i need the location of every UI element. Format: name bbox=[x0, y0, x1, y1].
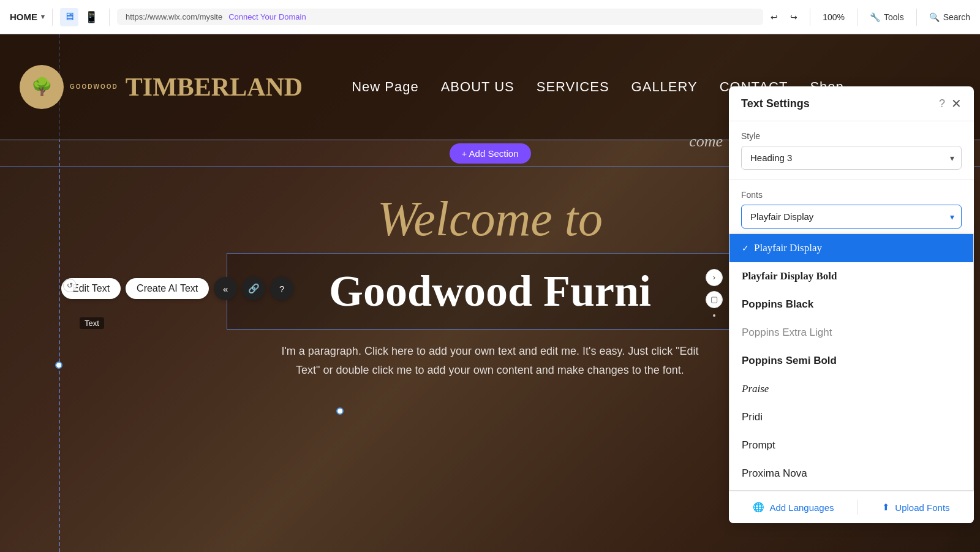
canvas-area: 🌳 GOODWOOD TIMBERLAND New Page ABOUT US … bbox=[0, 34, 980, 552]
panel-header-actions: ? ✕ bbox=[939, 96, 962, 111]
font-dropdown-list: ✓ Playfair Display Playfair Display Bold… bbox=[729, 233, 974, 491]
home-menu[interactable]: HOME ▾ bbox=[10, 12, 45, 22]
site-logo-text: GOODWOOD bbox=[70, 83, 118, 90]
tools-icon: 🔧 bbox=[870, 12, 880, 22]
font-option-label: Prompt bbox=[742, 439, 775, 452]
add-section-button[interactable]: + Add Section bbox=[450, 143, 531, 164]
topbar-divider-4 bbox=[857, 9, 858, 26]
check-icon: ✓ bbox=[742, 243, 749, 253]
font-option-label: Playfair Display bbox=[754, 242, 822, 254]
back-icon-button[interactable]: « bbox=[214, 277, 237, 300]
upload-icon: ⬆ bbox=[882, 502, 890, 513]
resize-handle-left[interactable] bbox=[55, 361, 62, 369]
font-option-proxima-nova[interactable]: Proxima Nova bbox=[729, 459, 973, 488]
canvas-square-btn[interactable]: ▢ bbox=[706, 291, 723, 308]
font-option-label: Pridi bbox=[742, 411, 763, 423]
canvas-right-arrow-btn[interactable]: › bbox=[706, 269, 723, 286]
font-option-label: Poppins Black bbox=[742, 298, 813, 311]
text-element-label: Text bbox=[80, 317, 104, 329]
font-option-label: Playfair Display Bold bbox=[742, 270, 837, 282]
hero-paragraph: I'm a paragraph. Click here to add your … bbox=[276, 342, 704, 379]
font-option-label: Praise bbox=[742, 383, 769, 395]
redo-button[interactable]: ↪ bbox=[790, 12, 797, 22]
home-chevron-icon: ▾ bbox=[41, 13, 45, 21]
undo-icon: ↩ bbox=[771, 12, 778, 22]
site-logo: 🌳 GOODWOOD bbox=[20, 65, 118, 109]
back-icon: « bbox=[223, 284, 228, 294]
canvas-dot bbox=[713, 314, 715, 317]
topbar-actions: ↩ ↪ 100% 🔧 Tools 🔍 Search bbox=[771, 9, 970, 26]
canvas-nav-arrows: › ▢ bbox=[706, 269, 723, 318]
font-option-praise[interactable]: Praise bbox=[729, 375, 973, 403]
topbar: HOME ▾ 🖥 📱 https://www.wix.com/mysite Co… bbox=[0, 0, 980, 34]
font-option-prompt[interactable]: Prompt bbox=[729, 431, 973, 459]
style-select[interactable]: Heading 3 bbox=[741, 146, 962, 170]
nav-link-about-us[interactable]: ABOUT US bbox=[441, 79, 514, 95]
panel-footer: 🌐 Add Languages ⬆ Upload Fonts bbox=[729, 491, 974, 523]
search-button[interactable]: 🔍 Search bbox=[929, 12, 970, 22]
font-option-label: Poppins Semi Bold bbox=[742, 355, 837, 367]
search-label: Search bbox=[943, 12, 970, 22]
home-label: HOME bbox=[10, 12, 37, 22]
mobile-device-btn[interactable]: 📱 bbox=[81, 8, 102, 26]
logo-icon: 🌳 bbox=[20, 65, 64, 109]
help-icon: ? bbox=[279, 284, 284, 294]
panel-title: Text Settings bbox=[741, 97, 810, 110]
font-option-playfair-display-bold[interactable]: Playfair Display Bold bbox=[729, 262, 973, 290]
topbar-divider-2 bbox=[109, 9, 110, 26]
font-select-wrapper: Playfair Display ▾ bbox=[741, 205, 962, 229]
globe-icon: 🌐 bbox=[753, 502, 764, 513]
text-edit-toolbar: Edit Text Create AI Text « 🔗 ? bbox=[61, 277, 293, 300]
rotate-icon: ↺ bbox=[67, 281, 73, 290]
undo-button[interactable]: ↩ bbox=[771, 12, 778, 22]
url-text: https://www.wix.com/mysite bbox=[126, 12, 222, 21]
hero-title-box[interactable]: Goodwood Furni bbox=[227, 253, 753, 330]
link-icon-button[interactable]: 🔗 bbox=[242, 277, 265, 300]
fonts-label: Fonts bbox=[741, 190, 962, 200]
nav-link-services[interactable]: SERVICES bbox=[537, 79, 609, 95]
panel-help-button[interactable]: ? bbox=[939, 97, 945, 110]
font-option-label: Poppins Extra Light bbox=[742, 327, 832, 339]
redo-icon: ↪ bbox=[790, 12, 797, 22]
tools-button[interactable]: 🔧 Tools bbox=[870, 12, 904, 22]
search-icon: 🔍 bbox=[929, 12, 940, 22]
nav-link-new-page[interactable]: New Page bbox=[352, 79, 419, 95]
zoom-level: 100% bbox=[823, 12, 845, 22]
site-brand-name: TIMBERLAND bbox=[126, 72, 303, 102]
style-label: Style bbox=[741, 131, 962, 141]
panel-close-button[interactable]: ✕ bbox=[951, 96, 962, 111]
panel-header: Text Settings ? ✕ bbox=[729, 86, 974, 121]
link-icon: 🔗 bbox=[248, 283, 260, 294]
font-option-poppins-semi-bold[interactable]: Poppins Semi Bold bbox=[729, 347, 973, 375]
add-languages-button[interactable]: 🌐 Add Languages bbox=[753, 502, 834, 513]
font-select[interactable]: Playfair Display bbox=[741, 205, 962, 229]
upload-fonts-label: Upload Fonts bbox=[895, 502, 949, 513]
hero-title-text: Goodwood Furni bbox=[246, 266, 734, 317]
resize-handle-bottom[interactable] bbox=[336, 407, 344, 415]
text-settings-panel: Text Settings ? ✕ Style Heading 3 ▾ Font… bbox=[729, 86, 974, 523]
add-languages-label: Add Languages bbox=[769, 502, 834, 513]
font-option-label: Proxima Nova bbox=[742, 467, 807, 480]
upload-fonts-button[interactable]: ⬆ Upload Fonts bbox=[882, 502, 949, 513]
font-option-poppins-black[interactable]: Poppins Black bbox=[729, 290, 973, 319]
footer-divider bbox=[858, 500, 858, 515]
url-bar[interactable]: https://www.wix.com/mysite Connect Your … bbox=[117, 9, 763, 25]
logo-text-label: GOODWOOD bbox=[70, 83, 118, 90]
fonts-section: Fonts Playfair Display ▾ bbox=[729, 180, 974, 233]
help-icon-button[interactable]: ? bbox=[270, 277, 293, 300]
font-option-playfair-display[interactable]: ✓ Playfair Display bbox=[729, 234, 973, 262]
topbar-divider-5 bbox=[916, 9, 917, 26]
style-section: Style Heading 3 ▾ bbox=[729, 121, 974, 180]
tools-label: Tools bbox=[884, 12, 904, 22]
device-selector: 🖥 📱 bbox=[60, 8, 102, 26]
topbar-divider-1 bbox=[52, 9, 53, 26]
font-option-pridi[interactable]: Pridi bbox=[729, 403, 973, 431]
nav-link-gallery[interactable]: GALLERY bbox=[631, 79, 698, 95]
style-select-wrapper: Heading 3 ▾ bbox=[741, 146, 962, 170]
rotate-handle[interactable]: ↺ bbox=[63, 279, 77, 292]
connect-domain-link[interactable]: Connect Your Domain bbox=[228, 12, 306, 21]
font-option-poppins-extra-light[interactable]: Poppins Extra Light bbox=[729, 319, 973, 347]
desktop-device-btn[interactable]: 🖥 bbox=[60, 8, 78, 26]
create-ai-text-button[interactable]: Create AI Text bbox=[126, 278, 209, 299]
topbar-divider-3 bbox=[810, 9, 810, 26]
